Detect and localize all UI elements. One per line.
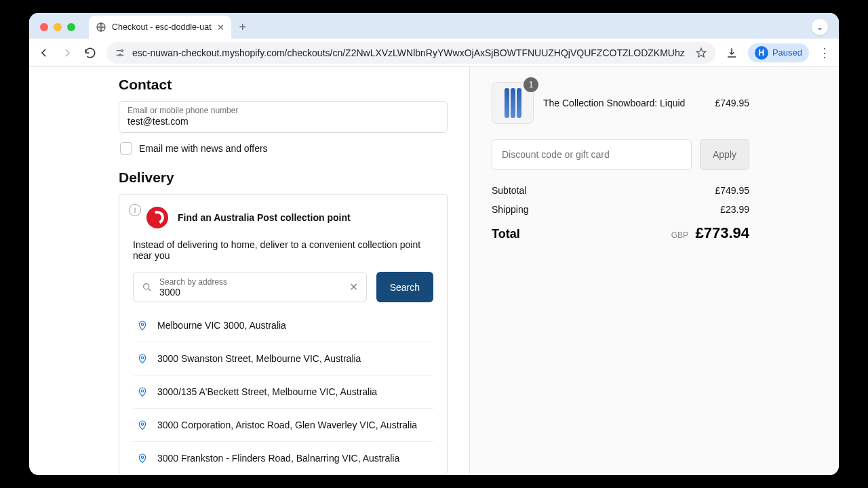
traffic-lights <box>40 23 75 31</box>
pin-icon <box>137 418 148 432</box>
currency-code: GBP <box>671 230 688 240</box>
subscribe-checkbox[interactable]: Email me with news and offers <box>120 142 446 155</box>
suggestion-item[interactable]: 3000 Frankston - Flinders Road, Balnarri… <box>133 441 433 474</box>
browser-menu-icon[interactable]: ⋮ <box>818 45 831 60</box>
pin-icon <box>137 385 148 399</box>
svg-point-6 <box>141 390 143 392</box>
collection-title: Find an Australia Post collection point <box>178 212 351 223</box>
shipping-row: Shipping £23.99 <box>492 204 749 215</box>
collection-desc: Instead of delivering to home, deliver t… <box>133 239 433 261</box>
bookmark-icon[interactable] <box>695 47 707 59</box>
clear-search-icon[interactable]: ✕ <box>349 281 358 293</box>
svg-point-7 <box>141 423 143 425</box>
address-search-input[interactable]: Search by address 3000 ✕ <box>133 272 367 302</box>
suggestion-item[interactable]: Melbourne VIC 3000, Australia <box>133 309 433 342</box>
reload-button[interactable] <box>83 46 97 60</box>
delivery-heading: Delivery <box>119 169 448 186</box>
close-tab-icon[interactable]: ✕ <box>217 22 224 33</box>
checkbox-icon <box>120 142 132 155</box>
back-button[interactable] <box>37 46 51 60</box>
svg-point-1 <box>121 49 123 52</box>
url-text: esc-nuwan-checkout.myshopify.com/checkou… <box>132 47 685 58</box>
australia-post-logo-icon <box>146 207 168 228</box>
suggestions-list: Melbourne VIC 3000, Australia 3000 Swans… <box>133 309 433 474</box>
apply-button[interactable]: Apply <box>700 139 749 170</box>
discount-row: Apply <box>492 139 749 170</box>
tab-bar: Checkout - esc-doddle-uat ✕ + ⌄ <box>29 13 839 39</box>
shipping-value: £23.99 <box>720 204 749 215</box>
product-price: £749.95 <box>715 98 749 108</box>
suggestion-item[interactable]: 3000 Corporation, Aristoc Road, Glen Wav… <box>133 408 433 441</box>
new-tab-button[interactable]: + <box>235 20 251 35</box>
subtotal-row: Subtotal £749.95 <box>492 185 749 196</box>
forward-button[interactable] <box>60 46 74 60</box>
total-value: £773.94 <box>695 224 749 241</box>
discount-input[interactable] <box>492 139 692 170</box>
browser-toolbar: esc-nuwan-checkout.myshopify.com/checkou… <box>29 39 839 67</box>
pin-icon <box>137 352 148 365</box>
browser-tab[interactable]: Checkout - esc-doddle-uat ✕ <box>89 16 231 39</box>
search-label: Search by address <box>159 277 349 287</box>
cart-line: 1 The Collection Snowboard: Liquid £749.… <box>492 82 749 124</box>
svg-point-2 <box>119 54 121 56</box>
subtotal-value: £749.95 <box>715 185 749 196</box>
email-label: Email or mobile phone number <box>127 106 439 115</box>
subtotal-label: Subtotal <box>492 185 526 196</box>
subscribe-label: Email me with news and offers <box>139 143 268 154</box>
contact-heading: Contact <box>119 77 448 93</box>
address-bar[interactable]: esc-nuwan-checkout.myshopify.com/checkou… <box>106 42 715 64</box>
close-window-button[interactable] <box>40 23 48 31</box>
product-name: The Collection Snowboard: Liquid <box>543 98 705 108</box>
info-icon[interactable]: i <box>129 204 141 216</box>
svg-point-4 <box>141 323 143 325</box>
suggestion-item[interactable]: 3000 Swanston Street, Melbourne VIC, Aus… <box>133 342 433 375</box>
tabs-dropdown-button[interactable]: ⌄ <box>812 19 828 35</box>
order-summary: 1 The Collection Snowboard: Liquid £749.… <box>469 67 839 475</box>
tab-title: Checkout - esc-doddle-uat <box>112 22 212 32</box>
svg-point-3 <box>144 283 149 289</box>
shipping-label: Shipping <box>492 204 529 215</box>
email-value: test@test.com <box>127 116 439 127</box>
profile-chip[interactable]: H Paused <box>748 43 809 62</box>
total-label: Total <box>492 227 520 241</box>
pin-icon <box>137 319 148 332</box>
svg-point-5 <box>141 357 143 359</box>
profile-label: Paused <box>772 47 802 58</box>
page-content: Contact Email or mobile phone number tes… <box>29 67 839 475</box>
downloads-icon[interactable] <box>725 46 738 60</box>
product-thumbnail: 1 <box>492 82 534 124</box>
suggestion-item[interactable]: 3000/135 A'Beckett Street, Melbourne VIC… <box>133 375 433 408</box>
svg-point-8 <box>141 456 143 458</box>
maximize-window-button[interactable] <box>67 23 75 31</box>
site-settings-icon[interactable] <box>115 47 125 58</box>
email-field[interactable]: Email or mobile phone number test@test.c… <box>119 101 448 133</box>
minimize-window-button[interactable] <box>54 23 62 31</box>
collection-point-panel: i Find an Australia Post collection poin… <box>119 194 448 475</box>
search-icon <box>142 282 153 293</box>
globe-icon <box>96 22 106 33</box>
checkout-main: Contact Email or mobile phone number tes… <box>29 67 469 475</box>
pin-icon <box>137 451 148 465</box>
profile-avatar: H <box>755 46 768 60</box>
quantity-badge: 1 <box>524 77 538 92</box>
total-row: Total GBP £773.94 <box>492 224 749 242</box>
search-value: 3000 <box>159 287 349 298</box>
search-button[interactable]: Search <box>376 272 433 302</box>
browser-window: Checkout - esc-doddle-uat ✕ + ⌄ esc-nuwa… <box>29 13 839 475</box>
